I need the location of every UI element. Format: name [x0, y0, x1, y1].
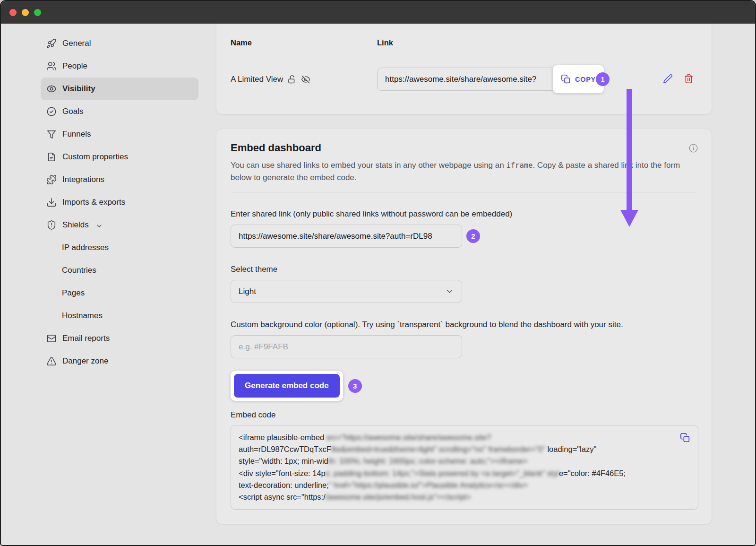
sidebar-item-danger-zone[interactable]: Danger zone [41, 350, 198, 373]
sidebar-item-label: Pages [62, 288, 85, 298]
sidebar-item-label: Custom properties [62, 152, 128, 162]
sidebar-item-label: Hostnames [62, 311, 103, 321]
background-color-field-label: Custom background color (optional). Try … [231, 319, 697, 330]
sidebar-item-label: Visibility [62, 84, 95, 94]
shared-link-name-cell: A Limited View [231, 75, 377, 84]
embed-dashboard-card: Embed dashboard You can use shared links… [216, 129, 712, 524]
sidebar-item-label: Danger zone [62, 356, 108, 366]
sidebar-item-funnels[interactable]: Funnels [41, 123, 198, 146]
sidebar-item-countries[interactable]: Countries [41, 259, 198, 282]
embed-code-textarea[interactable]: <iframe plausible-embed src="https://awe… [231, 425, 698, 510]
users-icon [46, 61, 57, 71]
embed-shared-link-input[interactable] [231, 225, 462, 248]
sidebar-item-people[interactable]: People [41, 55, 198, 78]
table-divider [231, 56, 697, 56]
description-code: iframe [506, 161, 533, 170]
eye-off-icon [301, 75, 310, 84]
copy-icon [561, 74, 571, 84]
puzzle-icon [46, 174, 57, 185]
theme-field-label: Select theme [231, 264, 697, 275]
check-circle-icon [46, 106, 57, 117]
settings-sidebar: General People Visibility Goals Funnels [1, 24, 209, 546]
embed-dashboard-title: Embed dashboard [231, 141, 697, 155]
background-color-input[interactable] [231, 335, 462, 358]
sidebar-item-label: Countries [62, 266, 96, 275]
section-divider [231, 192, 697, 192]
code-line: auth=rDL987CcwTDqTxcF9w&embed=true&theme… [239, 443, 675, 455]
rocket-icon [46, 38, 57, 49]
app-window: General People Visibility Goals Funnels [0, 0, 756, 546]
shared-links-card: Name Link A Limited View COPY [216, 24, 712, 114]
code-line: <iframe plausible-embed src="https://awe… [239, 432, 675, 443]
sidebar-item-label: Email reports [62, 334, 110, 343]
zoom-window-button[interactable] [34, 9, 41, 16]
sidebar-item-goals[interactable]: Goals [41, 100, 198, 123]
envelope-icon [46, 333, 57, 344]
code-line: style="width: 1px; min-width: 100%; heig… [239, 455, 675, 467]
sidebar-item-label: Goals [62, 107, 83, 116]
minimize-window-button[interactable] [22, 9, 29, 16]
shared-links-table-header: Name Link [231, 38, 697, 47]
sidebar-item-label: Integrations [62, 175, 104, 184]
column-header-name: Name [231, 38, 377, 47]
step-badge-2: 2 [466, 229, 480, 243]
titlebar [1, 1, 755, 24]
unlock-icon [287, 75, 297, 84]
step-badge-1: 1 [596, 72, 610, 86]
main-content: Name Link A Limited View COPY [209, 24, 755, 546]
delete-icon[interactable] [684, 74, 694, 84]
embed-code-label: Embed code [231, 409, 697, 421]
embed-description: You can use shared links to embed your s… [231, 159, 684, 184]
info-icon[interactable] [688, 143, 698, 153]
edit-icon[interactable] [663, 74, 673, 84]
description-text: You can use shared links to embed your s… [231, 161, 506, 170]
generate-embed-code-button[interactable]: Generate embed code [234, 374, 340, 398]
code-line: text-decoration: underline;" href="https… [239, 479, 675, 491]
sidebar-item-integrations[interactable]: Integrations [41, 168, 198, 191]
code-line: <div style="font-size: 14px; padding-bot… [239, 468, 675, 479]
warning-icon [46, 356, 57, 366]
eye-icon [46, 84, 57, 94]
sidebar-item-hostnames[interactable]: Hostnames [41, 304, 198, 327]
sidebar-item-general[interactable]: General [41, 32, 198, 55]
shared-link-row: A Limited View COPY 1 [231, 68, 697, 91]
sidebar-item-label: Funnels [62, 130, 91, 139]
copy-embed-code-icon[interactable] [680, 433, 690, 443]
row-actions [663, 74, 694, 84]
sidebar-item-email-reports[interactable]: Email reports [41, 327, 198, 350]
shared-link-name: A Limited View [231, 75, 283, 84]
sidebar-item-visibility[interactable]: Visibility [41, 78, 198, 100]
sidebar-item-label: IP addresses [62, 243, 109, 252]
chevron-down-icon [95, 222, 103, 230]
sidebar-item-label: People [62, 61, 87, 71]
shared-link-field-label: Enter shared link (only public shared li… [231, 208, 697, 220]
sidebar-item-imports-exports[interactable]: Imports & exports [41, 191, 198, 214]
theme-select-value: Light [239, 287, 256, 296]
close-window-button[interactable] [9, 9, 17, 16]
generate-button-highlight: Generate embed code [231, 371, 343, 401]
sidebar-item-label: General [62, 39, 91, 48]
shared-link-url-input[interactable] [377, 68, 557, 91]
theme-select[interactable]: Light [231, 280, 462, 303]
funnel-icon [46, 129, 57, 139]
download-icon [46, 197, 57, 208]
sidebar-item-shields[interactable]: Shields [41, 214, 198, 236]
code-line: <script async src="https://awesome.site/… [239, 491, 675, 503]
sidebar-item-pages[interactable]: Pages [41, 282, 198, 304]
sidebar-item-label: Shields [62, 220, 89, 230]
step-badge-3: 3 [348, 379, 362, 393]
column-header-link: Link [377, 38, 393, 47]
copy-button-label: COPY [575, 76, 596, 83]
document-icon [46, 152, 57, 162]
shield-icon [46, 220, 57, 230]
sidebar-item-ip-addresses[interactable]: IP addresses [41, 236, 198, 259]
shared-link-cell: COPY 1 [377, 68, 557, 91]
chevron-down-icon [445, 287, 454, 296]
sidebar-item-custom-properties[interactable]: Custom properties [41, 146, 198, 168]
sidebar-item-label: Imports & exports [62, 198, 125, 207]
